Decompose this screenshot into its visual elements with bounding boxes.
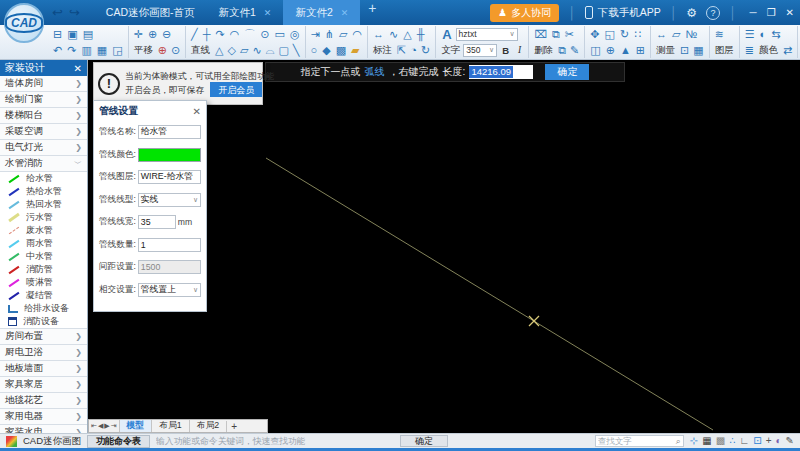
block-icon[interactable]: ⊞	[634, 43, 647, 57]
pipe-color-swatch[interactable]	[138, 148, 201, 162]
pipe-item[interactable]: 喷淋管	[0, 276, 87, 289]
zoom-in-icon[interactable]: ⊕	[146, 27, 159, 41]
paste-icon[interactable]: ⧉	[556, 43, 568, 57]
sidebar-group-item[interactable]: 楼梯阳台 ❯	[0, 108, 87, 124]
arc-icon[interactable]: ↷	[214, 27, 227, 41]
tab-file2-active[interactable]: 新文件2 ✕	[283, 0, 360, 25]
tab-layout2[interactable]: 布局2	[189, 420, 227, 432]
revolve-icon[interactable]: ○	[309, 43, 320, 57]
save-as-icon[interactable]: ▤	[81, 27, 95, 41]
pipe-item[interactable]: 废水管	[0, 224, 87, 237]
forward-icon[interactable]: ↪	[69, 5, 80, 20]
app-logo[interactable]: CAD	[4, 3, 44, 43]
italic-button[interactable]: I	[514, 44, 525, 56]
tab-model[interactable]: 模型	[119, 420, 152, 432]
close-tab-icon[interactable]: ✕	[341, 8, 349, 18]
pipe-name-input[interactable]: 给水管	[138, 125, 201, 139]
pipe-item[interactable]: 中水管	[0, 250, 87, 263]
back-icon[interactable]: ↩	[52, 5, 63, 20]
format-brush-icon[interactable]: ✎	[568, 43, 581, 57]
redo-icon[interactable]: ↷	[65, 43, 78, 57]
library-folder-icon[interactable]: ▰	[349, 43, 361, 57]
pipe-cross-select[interactable]: 管线置上 ∨	[138, 283, 201, 297]
pipe-item[interactable]: 给水管	[0, 172, 87, 185]
mirror-icon[interactable]: ▲	[618, 43, 633, 57]
find-text-box[interactable]: ⌕	[595, 435, 684, 447]
drawing-canvas[interactable]: 指定下一点或 弧线 ，右键完成 长度: 14216.09 确定 ! 当前为体验模…	[88, 60, 800, 433]
delete-label[interactable]: 删除	[532, 44, 555, 57]
dim-arc-icon[interactable]: ∿	[387, 27, 400, 41]
pipe-layer-input[interactable]: WIRE-给水管	[138, 170, 201, 184]
linewidth-icon[interactable]: ☰	[743, 27, 757, 41]
pipe-spacing-input[interactable]: 1500	[138, 260, 201, 274]
insert-image-icon[interactable]: ⊡	[678, 43, 691, 57]
command-table-button[interactable]: 功能命令表	[87, 435, 150, 448]
dialog-close-icon[interactable]: ✕	[193, 106, 201, 117]
text-label[interactable]: 文字	[439, 44, 462, 57]
rectangle-icon[interactable]: ▭	[273, 27, 287, 41]
fillet-icon[interactable]: ◠	[350, 27, 364, 41]
linetype-icon[interactable]: ≣	[743, 43, 756, 57]
clipboard-icon[interactable]: ◫	[588, 43, 602, 57]
layers-icon[interactable]: ≋	[713, 27, 726, 41]
dim-radius-icon[interactable]: ◔	[408, 43, 419, 57]
bold-button[interactable]: B	[498, 44, 513, 57]
close-tab-icon[interactable]: ✕	[264, 8, 272, 18]
match-layer-icon[interactable]: ⇄	[781, 43, 794, 57]
parallelogram-icon[interactable]: ▱	[238, 43, 250, 57]
maximize-button[interactable]: ❐	[767, 7, 776, 18]
command-search-input[interactable]	[156, 435, 394, 447]
point-icon[interactable]: ┼	[201, 27, 213, 41]
sidebar-group-item[interactable]: 墙体房间 ❯	[0, 76, 87, 92]
pipe-item[interactable]: 热回水管	[0, 198, 87, 211]
ortho-icon[interactable]: ∟	[740, 436, 750, 446]
next-tab-icon[interactable]: ▶	[104, 422, 109, 430]
snapshot-icon[interactable]: ◲	[110, 43, 124, 57]
sidebar-group-item[interactable]: 地板墙面 ❯	[0, 361, 87, 377]
font-size-select[interactable]: 350 ∨	[463, 44, 497, 57]
collaboration-button[interactable]: ♟ 多人协同	[490, 4, 559, 22]
annotate-icon[interactable]: ✎	[786, 436, 794, 446]
polygon-icon[interactable]: ◇	[226, 43, 238, 57]
confirm-length-button[interactable]: 确定	[545, 64, 589, 80]
dim-area-icon[interactable]: △	[401, 27, 413, 41]
match-props-icon[interactable]: ⇆	[769, 27, 782, 41]
dimension-label[interactable]: 标注	[371, 44, 394, 57]
print-icon[interactable]: ▥	[79, 43, 93, 57]
line-icon[interactable]: ╱	[189, 27, 200, 41]
sidebar-group-item[interactable]: 房间布置 ❯	[0, 329, 87, 345]
chord-icon[interactable]: ⌓	[264, 43, 277, 57]
pipe-item[interactable]: 消防管	[0, 263, 87, 276]
undo-icon[interactable]: ↶	[51, 43, 64, 57]
sidebar-group-item[interactable]: 家用电器 ❯	[0, 409, 87, 425]
close-button[interactable]: ✕	[786, 7, 794, 18]
donut-icon[interactable]: ◎	[288, 27, 302, 41]
array-icon[interactable]: ∷	[632, 27, 643, 41]
measure-area-icon[interactable]: ▱	[670, 27, 682, 41]
download-app-button[interactable]: 下载手机APP	[585, 6, 661, 20]
measure-length-icon[interactable]: ↔	[654, 27, 669, 41]
group-icon[interactable]: ⊕	[604, 43, 617, 57]
pan-hand-icon[interactable]: ✛	[132, 27, 145, 41]
hatch-icon[interactable]: ◆	[320, 43, 332, 57]
first-tab-icon[interactable]: ⇤	[91, 422, 97, 430]
open-file-icon[interactable]: ⊟	[51, 27, 64, 41]
find-text-input[interactable]	[598, 436, 676, 446]
sidebar-group-item[interactable]: 家具家居 ❯	[0, 377, 87, 393]
wave-icon[interactable]: ∿	[251, 43, 264, 57]
spline-icon[interactable]: ⌒	[242, 27, 257, 41]
extend-icon[interactable]: ⇥	[309, 27, 322, 41]
tab-file1[interactable]: 新文件1 ✕	[206, 0, 283, 25]
help-icon[interactable]: ?	[706, 6, 720, 20]
circle-icon[interactable]: ⊙	[258, 27, 271, 41]
rounded-rect-icon[interactable]: ▢	[276, 43, 290, 57]
pan-label[interactable]: 平移	[132, 44, 155, 57]
open-membership-button[interactable]: 开启会员	[210, 82, 262, 97]
last-tab-icon[interactable]: ⇥	[111, 422, 117, 430]
add-layout-button[interactable]: +	[226, 421, 241, 432]
font-select[interactable]: hztxt ∨	[456, 28, 518, 41]
minimize-button[interactable]: ─	[750, 7, 757, 18]
bg-color-icon[interactable]: ◐	[776, 436, 782, 446]
fire-device-item[interactable]: 消防设备	[0, 315, 87, 328]
line-label[interactable]: 直线	[189, 44, 212, 57]
